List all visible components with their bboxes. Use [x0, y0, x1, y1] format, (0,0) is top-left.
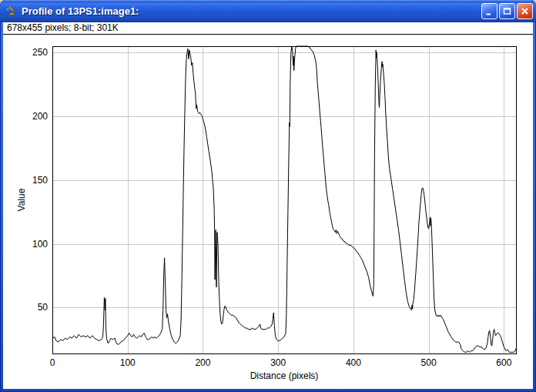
profile-plot-window: Profile of 13PS1:image1: 678x455 [0, 0, 536, 392]
close-icon [520, 6, 530, 16]
minimize-button[interactable] [481, 3, 497, 19]
y-tick-label: 250 [32, 47, 48, 58]
y-tick-label: 150 [32, 175, 48, 186]
close-button[interactable] [517, 3, 533, 19]
profile-plot: 010020030040050060050100150200250Distanc… [3, 35, 533, 389]
image-info-text: 678x455 pixels; 8-bit; 301K [7, 22, 119, 33]
y-axis-label: Value [16, 188, 27, 211]
maximize-icon [502, 6, 512, 16]
x-tick-label: 600 [496, 357, 511, 368]
y-tick-label: 50 [38, 302, 49, 313]
image-info-bar: 678x455 pixels; 8-bit; 301K [3, 22, 533, 35]
title-bar[interactable]: Profile of 13PS1:image1: [0, 0, 536, 22]
imagej-microscope-icon [5, 5, 18, 18]
x-tick-label: 0 [50, 357, 55, 368]
x-tick-label: 500 [421, 357, 437, 368]
y-tick-label: 100 [32, 239, 48, 250]
profile-line [52, 46, 516, 352]
window-client-area: 678x455 pixels; 8-bit; 301K 010020030040… [3, 22, 533, 389]
minimize-icon [484, 6, 494, 16]
maximize-button[interactable] [499, 3, 515, 19]
window-title: Profile of 13PS1:image1: [22, 5, 481, 17]
x-tick-label: 200 [195, 357, 210, 368]
x-tick-label: 300 [270, 357, 286, 368]
x-tick-label: 400 [346, 357, 361, 368]
window-controls [481, 3, 533, 19]
y-tick-label: 200 [32, 111, 48, 122]
x-tick-label: 100 [120, 357, 136, 368]
plot-canvas[interactable]: 010020030040050060050100150200250Distanc… [3, 35, 533, 389]
x-axis-label: Distance (pixels) [250, 370, 319, 381]
